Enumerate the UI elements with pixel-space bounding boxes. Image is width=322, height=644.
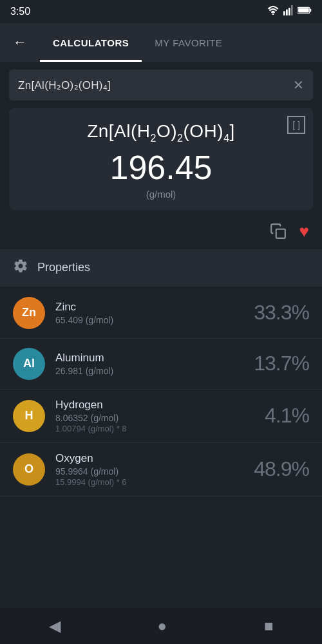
svg-rect-2 <box>286 10 288 15</box>
element-info: Zinc65.409 (g/mol) <box>55 301 254 325</box>
signal-icon <box>283 5 294 18</box>
status-icons <box>267 5 312 18</box>
svg-rect-6 <box>310 9 311 12</box>
element-badge: Zn <box>13 297 45 329</box>
element-mol: 8.06352 (g/mol) <box>55 413 265 423</box>
nav-tabs: CALCULATORS MY FAVORITE <box>40 23 312 62</box>
element-mol: 95.9964 (g/mol) <box>55 466 254 477</box>
status-bar: 3:50 <box>0 0 322 23</box>
home-nav-button[interactable]: ● <box>145 612 180 640</box>
element-detail: 15.9994 (g/mol) * 6 <box>55 477 254 487</box>
element-badge: H <box>13 400 45 432</box>
element-badge: O <box>13 453 45 486</box>
element-info: Oxygen95.9964 (g/mol)15.9994 (g/mol) * 6 <box>55 452 254 487</box>
element-name: Aluminum <box>55 352 254 365</box>
expand-button[interactable]: [ ] <box>287 116 305 134</box>
search-bar: Zn[Al(H₂O)₂(OH)₄] ✕ <box>9 70 313 100</box>
favorite-button[interactable]: ♥ <box>299 222 309 242</box>
element-percent: 13.7% <box>254 352 309 375</box>
element-info: Hydrogen8.06352 (g/mol)1.00794 (g/mol) *… <box>55 399 265 433</box>
element-row: ZnZinc65.409 (g/mol)33.3% <box>0 288 322 339</box>
top-nav: ← CALCULATORS MY FAVORITE <box>0 23 322 62</box>
element-name: Oxygen <box>55 452 254 465</box>
formula-title: Zn[Al(H2O)2(OH)4] <box>19 121 303 144</box>
tab-calculators[interactable]: CALCULATORS <box>40 23 142 62</box>
element-name: Zinc <box>55 301 254 314</box>
element-row: HHydrogen8.06352 (g/mol)1.00794 (g/mol) … <box>0 390 322 443</box>
element-row: OOxygen95.9964 (g/mol)15.9994 (g/mol) * … <box>0 443 322 497</box>
svg-point-0 <box>272 14 274 15</box>
bottom-nav: ◀ ● ■ <box>0 608 322 644</box>
element-name: Hydrogen <box>55 399 265 412</box>
recent-nav-button[interactable]: ■ <box>251 612 287 640</box>
elements-list: ZnZinc65.409 (g/mol)33.3%AlAluminum26.98… <box>0 288 322 497</box>
element-percent: 4.1% <box>265 404 309 428</box>
element-badge: Al <box>13 348 45 380</box>
element-detail: 1.00794 (g/mol) * 8 <box>55 424 265 433</box>
element-mol: 26.981 (g/mol) <box>55 366 254 376</box>
properties-title: Properties <box>37 261 90 274</box>
svg-rect-4 <box>291 5 293 15</box>
element-percent: 48.9% <box>254 457 309 481</box>
element-info: Aluminum26.981 (g/mol) <box>55 352 254 376</box>
element-row: AlAluminum26.981 (g/mol)13.7% <box>0 339 322 390</box>
copy-button[interactable] <box>270 222 287 242</box>
svg-rect-7 <box>298 8 309 12</box>
molecular-weight: 196.45 <box>19 149 303 186</box>
back-button[interactable]: ← <box>10 32 30 53</box>
clear-button[interactable]: ✕ <box>293 77 304 93</box>
battery-icon <box>298 6 312 17</box>
properties-header: Properties <box>0 249 322 287</box>
tab-myfavorite[interactable]: MY FAVORITE <box>142 23 235 62</box>
unit-label: (g/mol) <box>19 189 303 200</box>
formula-display: [ ] Zn[Al(H2O)2(OH)4] 196.45 (g/mol) <box>9 108 313 210</box>
properties-icon <box>13 258 28 278</box>
search-input-value[interactable]: Zn[Al(H₂O)₂(OH)₄] <box>18 79 293 92</box>
wifi-icon <box>267 6 279 17</box>
svg-rect-1 <box>283 11 285 15</box>
element-mol: 65.409 (g/mol) <box>55 315 254 325</box>
svg-rect-8 <box>276 229 285 238</box>
element-percent: 33.3% <box>254 301 309 325</box>
action-bar: ♥ <box>0 218 322 249</box>
svg-rect-3 <box>289 8 290 15</box>
status-time: 3:50 <box>10 6 30 17</box>
back-nav-button[interactable]: ◀ <box>36 612 73 640</box>
